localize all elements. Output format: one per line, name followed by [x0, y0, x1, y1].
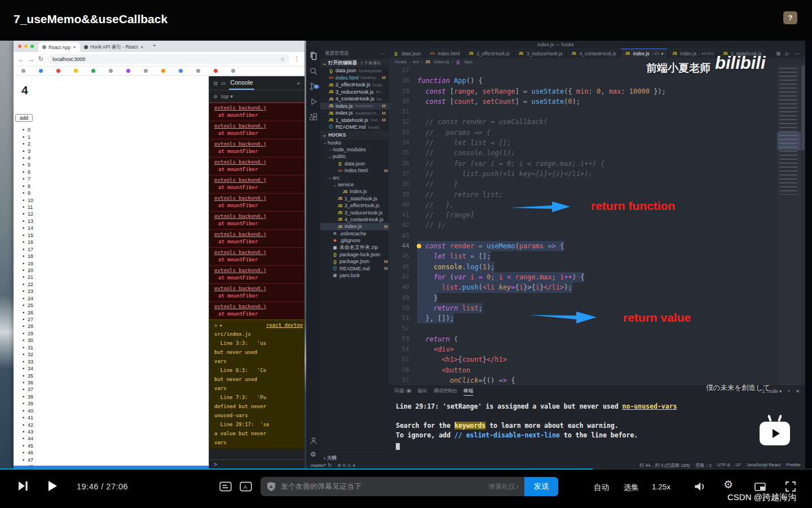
browser-tab-hook-api[interactable]: Hook API 索引 - React ✕	[80, 42, 147, 52]
close-panel-icon[interactable]: ✕	[796, 388, 800, 394]
bookmark-favicon[interactable]	[91, 69, 95, 73]
code-line[interactable]: // );	[417, 220, 777, 230]
tree-item[interactable]: JS2_effectHook.js	[320, 202, 389, 209]
editor-tab[interactable]: JS2_effectHook.js	[464, 49, 514, 58]
more-actions-icon[interactable]: ⋯	[795, 51, 800, 56]
error-source-link[interactable]: evtools_backend.j	[214, 141, 303, 148]
maximize-window-icon[interactable]	[30, 45, 34, 48]
open-editor-item[interactable]: ⓘREADME.mdhooks	[320, 124, 389, 131]
tree-item[interactable]: ⓘREADME.mdM	[320, 265, 389, 272]
danmaku-input[interactable]: A 发个友善的弹幕见证当下 弹幕礼仪 › 发送	[261, 477, 558, 496]
breadcrumb-item[interactable]: src	[413, 59, 419, 64]
search-icon[interactable]	[309, 67, 318, 76]
tree-item[interactable]: ›node_modules	[320, 146, 389, 153]
tree-item[interactable]: JSindex.jsM	[320, 223, 389, 230]
breadcrumb-item[interactable]: index.js	[434, 59, 449, 64]
split-editor-icon[interactable]: ⊞	[776, 51, 781, 56]
code-line[interactable]: // return list;	[417, 190, 777, 200]
editor-scrollbar[interactable]	[801, 65, 805, 386]
bookmark-favicon[interactable]	[56, 69, 60, 73]
tree-item[interactable]: ▦未命名文件夹.zip	[320, 244, 389, 251]
address-bar[interactable]: localhost:3000 ☆	[47, 54, 290, 64]
code-line[interactable]: const [range, setRange] = useState({ min…	[417, 86, 777, 97]
console-prompt[interactable]: >	[209, 459, 304, 468]
breadcrumb-item[interactable]: hooks	[395, 59, 407, 64]
close-window-icon[interactable]	[18, 45, 21, 48]
window-controls[interactable]	[18, 45, 34, 48]
scrollbar-thumb[interactable]	[801, 65, 805, 150]
bookmark-favicon[interactable]	[196, 69, 200, 73]
close-tab-icon[interactable]: ✕	[140, 45, 144, 50]
code-line[interactable]: // console.log(1);	[417, 148, 777, 158]
editor-tab[interactable]: JS3_reduceHook.js	[514, 49, 567, 58]
code-line[interactable]: // }	[417, 179, 777, 189]
code-line[interactable]: // for (var i = 0; i < range.max; i++) {	[417, 159, 777, 169]
bookmark-favicon[interactable]	[109, 69, 113, 73]
bookmark-favicon[interactable]	[144, 69, 148, 73]
extensions-icon[interactable]	[309, 112, 318, 121]
error-source-link[interactable]: evtools_backend.j	[214, 159, 303, 166]
error-source-link[interactable]: evtools_backend.j	[214, 231, 303, 238]
error-source-link[interactable]: evtools_backend.j	[214, 213, 303, 220]
project-section[interactable]: ⌄ HOOKS	[320, 131, 389, 139]
tree-item[interactable]: {}package-lock.json	[320, 251, 389, 258]
episodes-button[interactable]: 选集	[624, 483, 639, 493]
editor-tab[interactable]: JS4_contextHook.js	[567, 49, 620, 58]
code-line[interactable]: <h1>{count}</h1>	[417, 354, 777, 365]
browser-menu-icon[interactable]: ⋮	[294, 55, 300, 63]
editor-tab[interactable]: JSindex.js...service	[668, 49, 718, 58]
problems-summary[interactable]: ⊘ 0 ⚠ 4	[337, 463, 355, 468]
terminal-output[interactable]: Line 29:17: 'setRange' is assigned a val…	[389, 396, 805, 440]
outline-section[interactable]: › 大纲	[320, 454, 389, 462]
tree-item[interactable]: JS3_reduceHook.js	[320, 209, 389, 216]
code-line[interactable]: // const render = useCallback(	[417, 117, 777, 127]
code-line[interactable]: const render = useMemo(params => {	[417, 241, 777, 251]
next-episode-icon[interactable]	[17, 480, 29, 492]
play-icon[interactable]	[45, 479, 60, 493]
bookmark-favicon[interactable]	[231, 69, 235, 73]
error-source-link[interactable]: evtools_backend.j	[214, 104, 303, 112]
inspect-icon[interactable]: ⊡	[214, 80, 218, 87]
context-selector[interactable]: top ▾	[221, 93, 233, 99]
cursor-position[interactable]: 行 44，列 3 (已选择 185)	[639, 462, 690, 468]
bookmark-favicon[interactable]	[214, 69, 218, 73]
run-icon[interactable]: ▷	[785, 51, 789, 56]
tree-item[interactable]: JS4_contextHook.js	[320, 216, 389, 223]
video-frame[interactable]: React App ✕ Hook API 索引 - React ✕ ＋ ← → …	[0, 41, 812, 468]
debug-icon[interactable]	[309, 97, 318, 106]
code-line[interactable]: console.log(1);	[417, 262, 777, 272]
code-editor[interactable]: 2728293031323334353637383940414243444546…	[389, 65, 805, 386]
seek-bar[interactable]	[0, 468, 812, 470]
settings-gear-icon[interactable]: ⚙	[310, 450, 316, 458]
open-editor-item[interactable]: JS3_reduceHook.jshooks/src	[320, 89, 389, 96]
open-editor-item[interactable]: JS4_contextHook.jshooks/src	[320, 95, 389, 103]
open-editor-item[interactable]: JS2_effectHook.jshooks/src	[320, 81, 389, 89]
explorer-icon[interactable]	[309, 51, 318, 60]
minimap[interactable]	[777, 65, 801, 386]
help-icon[interactable]: ?	[783, 11, 797, 24]
browser-tab-react-app[interactable]: React App ✕	[38, 42, 80, 52]
code-line[interactable]: }	[417, 293, 777, 303]
reload-icon[interactable]: ↻	[38, 55, 43, 63]
error-source-link[interactable]: evtools_backend.j	[214, 177, 303, 184]
tab-console[interactable]: Console	[229, 76, 254, 90]
add-button[interactable]: add	[15, 114, 33, 122]
quality-button[interactable]: 自动	[594, 483, 609, 493]
account-icon[interactable]	[309, 436, 318, 445]
code-line[interactable]: // params => {	[417, 128, 777, 138]
tree-item[interactable]: ◆.gitignore	[320, 237, 389, 244]
danmaku-style-icon[interactable]: A	[239, 480, 253, 493]
more-actions-icon[interactable]: ⋯	[380, 51, 385, 56]
open-editor-item[interactable]: <>index.htmlhooks/publicM	[320, 75, 389, 82]
code-line[interactable]: const [count, setCount] = useState(0);	[417, 97, 777, 107]
new-tab-icon[interactable]: ＋	[152, 41, 157, 49]
open-editor-item[interactable]: JSindex.jshooks/srcM	[320, 103, 389, 110]
more-tabs-icon[interactable]: »	[297, 80, 300, 86]
tree-item[interactable]: ▣yarn.lock	[320, 272, 389, 279]
encoding[interactable]: UTF-8	[717, 462, 730, 468]
bookmark-favicon[interactable]	[21, 69, 25, 73]
tree-item[interactable]: <>index.htmlM	[320, 167, 389, 174]
code-line[interactable]: function App() {	[417, 76, 777, 86]
bookmark-favicon[interactable]	[179, 69, 183, 73]
bookmark-favicon[interactable]	[161, 69, 165, 73]
